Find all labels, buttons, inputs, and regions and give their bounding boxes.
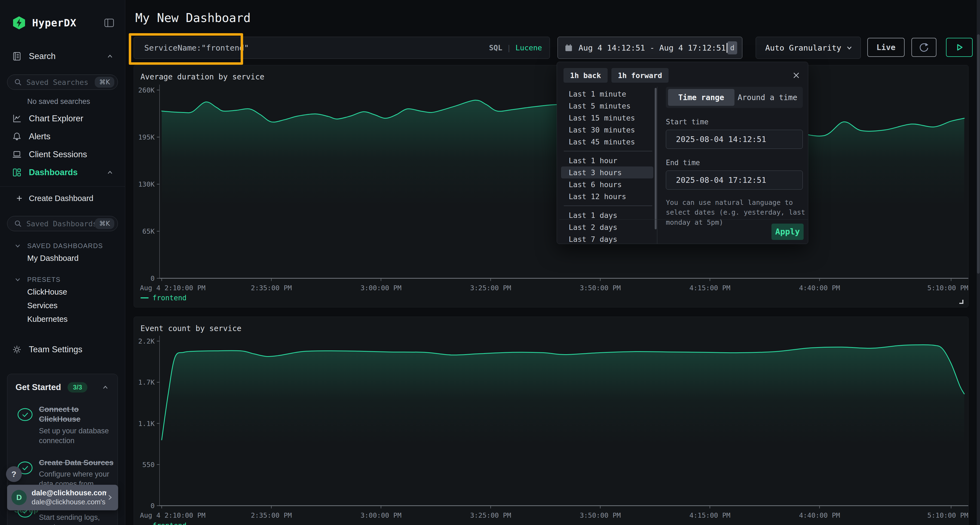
sidebar-item-search[interactable]: Search [0,48,125,65]
apply-button[interactable]: Apply [772,224,803,240]
legend-swatch [140,297,149,298]
saved-dashboards-input[interactable]: Saved Dashboards ⌘K [7,216,118,231]
x-tick-label: 5:10:00 PM [927,284,968,292]
get-started-item-desc: Set up your database connection [39,426,115,446]
x-tick-label: 2:35:00 PM [251,284,292,292]
x-tick-label: 5:10:00 PM [927,511,968,519]
time-range-option-last-5-minutes[interactable]: Last 5 minutes [561,100,653,112]
start-time-label: Start time [666,118,803,126]
team-settings-label: Team Settings [29,345,82,354]
get-started-item-connect-to-clickhouse[interactable]: Connect to ClickHouseSet up your databas… [16,404,110,446]
get-started-item-create-data-sources[interactable]: Create Data SourcesConfigure where your … [16,458,110,489]
get-started-item-title: Create Data Sources [39,458,115,468]
sidebar-item-client-sessions[interactable]: Client Sessions [0,146,125,163]
get-started-item-desc: Start sending logs, metrics, or traces [39,512,115,525]
scrollbar-thumb[interactable] [977,34,980,274]
time-range-option-last-30-minutes[interactable]: Last 30 minutes [561,124,653,136]
y-tick-label: 65K [142,227,154,235]
sidebar-item-clickhouse[interactable]: ClickHouse [0,285,125,299]
y-tick-label: 1.1K [138,420,154,428]
live-button[interactable]: Live [867,38,905,57]
time-range-option-last-1-minute[interactable]: Last 1 minute [561,88,653,100]
granularity-value: Auto Granularity [765,43,841,52]
sidebar-item-label: Dashboards [29,168,78,178]
time-range-option-last-6-hours[interactable]: Last 6 hours [561,178,653,190]
end-time-label: End time [666,159,803,167]
lucene-toggle[interactable]: Lucene [515,43,542,52]
get-started-progress-badge: 3/3 [67,382,88,393]
time-range-option-last-15-minutes[interactable]: Last 15 minutes [561,112,653,124]
legend-label: frontend [153,522,186,525]
time-range-input[interactable]: Aug 4 14:12:51 - Aug 4 17:12:51 d [557,37,742,59]
start-time-input[interactable]: 2025-08-04 14:12:51 [666,130,803,149]
sidebar-item-team-settings[interactable]: Team Settings [0,341,125,358]
x-tick-label: 4:15:00 PM [689,284,730,292]
help-button[interactable]: ? [6,466,22,482]
shift-forward-button[interactable]: 1h forward [611,68,669,83]
chart-legend[interactable]: frontend [140,522,186,525]
time-range-option-last-12-hours[interactable]: Last 12 hours [561,190,653,202]
saved-dashboards-placeholder: Saved Dashboards [26,219,95,228]
app-root: HyperDX Search Saved Searches ⌘K No save… [0,0,980,525]
sidebar-item-alerts[interactable]: Alerts [0,128,125,146]
logo-row: HyperDX [0,0,125,30]
chevron-down-icon [845,44,853,52]
panel-resize-handle[interactable] [959,300,963,304]
close-icon[interactable] [792,71,801,80]
sidebar-item-dashboards[interactable]: Dashboards [0,163,125,181]
sidebar-item-chart-explorer[interactable]: Chart Explorer [0,109,125,128]
sidebar-divider [0,186,125,187]
x-tick-label: 3:25:00 PM [470,284,511,292]
avg-duration-chart[interactable]: 065K130K195K260KAug 4 2:10:00 PM2:35:00 … [134,65,968,307]
x-tick-label: Aug 4 2:10:00 PM [140,284,205,292]
sidebar-item-kubernetes[interactable]: Kubernetes [0,312,125,326]
event-count-chart[interactable]: 05501.1K1.7K2.2KAug 4 2:10:00 PM2:35:00 … [134,317,968,525]
cmdk-shortcut-badge: ⌘K [95,218,115,229]
y-tick-label: 195K [138,133,154,141]
user-menu[interactable]: D dale@clickhouse.com dale@clickhouse.co… [7,485,118,510]
popup-footer: Apply [559,219,808,244]
create-dashboard-button[interactable]: Create Dashboard [0,190,125,207]
play-button[interactable] [946,38,973,57]
granularity-select[interactable]: Auto Granularity [756,37,861,59]
search-query-value: ServiceName:"frontend" [144,43,489,52]
sidebar-item-my-dashboard[interactable]: My Dashboard [0,251,125,265]
section-header-presets[interactable]: PRESETS [0,274,125,285]
sidebar-item-services[interactable]: Services [0,299,125,312]
time-range-option-last-1-hour[interactable]: Last 1 hour [561,154,653,167]
time-range-option-last-3-hours[interactable]: Last 3 hours [561,167,653,178]
cmdk-shortcut-badge: ⌘K [95,77,115,87]
tab-around-a-time[interactable]: Around a time [735,89,801,106]
saved-searches-input[interactable]: Saved Searches ⌘K [7,75,118,90]
section-header-saved-dashboards[interactable]: SAVED DASHBOARDS [0,241,125,251]
chevron-up-icon[interactable] [101,383,110,392]
chevron-up-icon[interactable] [106,52,114,60]
sidebar-item-label: Search [29,51,56,61]
time-range-option-last-45-minutes[interactable]: Last 45 minutes [561,136,653,148]
shift-back-button[interactable]: 1h back [563,68,608,83]
list-scrollbar[interactable] [655,88,657,229]
sidebar: HyperDX Search Saved Searches ⌘K No save… [0,0,125,525]
create-dashboard-label: Create Dashboard [29,194,93,203]
x-tick-label: 3:00:00 PM [360,284,401,292]
chevron-up-icon[interactable] [106,168,114,176]
get-started-item-title: Connect to ClickHouse [39,404,115,424]
gear-icon [12,345,22,354]
x-tick-label: 4:40:00 PM [799,284,840,292]
search-icon [14,219,22,228]
tab-time-range[interactable]: Time range [668,89,735,106]
sql-toggle[interactable]: SQL [489,43,502,52]
time-picker-popup: 1h back 1h forward Last 1 minuteLast 5 m… [557,62,808,244]
saved-searches-placeholder: Saved Searches [26,78,95,87]
page-scrollbar[interactable] [977,0,980,525]
chevron-right-icon [107,494,113,501]
sidebar-collapse-icon[interactable] [103,17,115,29]
y-tick-label: 260K [138,86,154,94]
chart-legend[interactable]: frontend [140,294,186,302]
search-query-input[interactable]: ServiceName:"frontend" SQL | Lucene [134,37,550,59]
y-tick-label: 130K [138,180,154,188]
no-saved-searches-note: No saved searches [27,97,125,106]
chart-panel-event-count: Event count by service 05501.1K1.7K2.2KA… [134,317,969,525]
refresh-button[interactable] [912,38,937,57]
end-time-input[interactable]: 2025-08-04 17:12:51 [666,171,803,190]
